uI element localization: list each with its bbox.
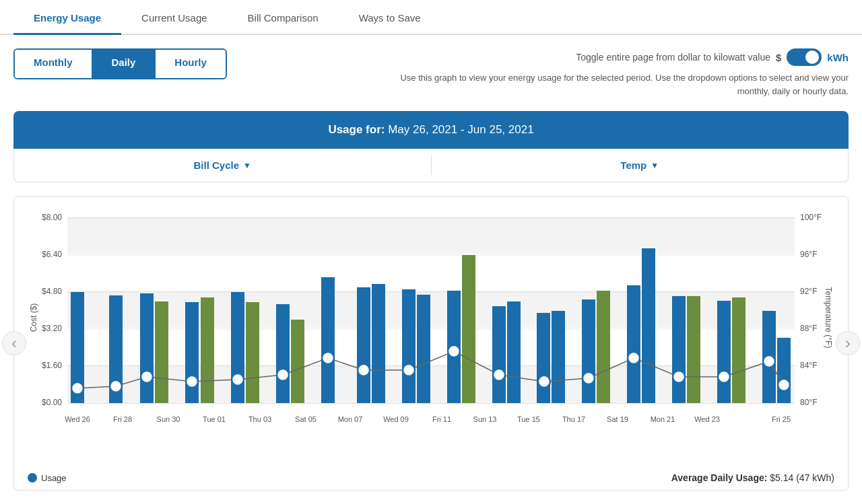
usage-legend-item: Usage — [28, 473, 67, 483]
svg-text:Mon 07: Mon 07 — [338, 415, 363, 423]
svg-text:100°F: 100°F — [800, 213, 822, 222]
bar-green-15 — [687, 296, 700, 403]
svg-text:Thu 17: Thu 17 — [562, 415, 585, 423]
period-tab-monthly[interactable]: Monthly — [15, 50, 93, 78]
avg-value: $5.14 (47 kWh) — [770, 472, 834, 483]
chart-container: ‹ › $8.00 $6.40 $4.80 $3.20 $1.60 $0.00 … — [13, 196, 849, 491]
dollar-sign: $ — [776, 52, 781, 63]
svg-text:Sun 13: Sun 13 — [473, 415, 497, 423]
bar-blue-11 — [492, 306, 506, 403]
bar-green-6 — [291, 320, 304, 403]
description-text: Use this graph to view your energy usage… — [391, 71, 849, 98]
temp-dot-4 — [186, 375, 198, 388]
temp-dot-13 — [583, 372, 595, 384]
bar-blue-16 — [717, 301, 731, 403]
svg-text:Tue 01: Tue 01 — [203, 415, 226, 423]
svg-text:Cost ($): Cost ($) — [29, 303, 38, 332]
svg-text:96°F: 96°F — [800, 250, 817, 259]
temp-label: Temp — [620, 159, 646, 171]
temp-dot-1 — [71, 382, 84, 394]
bar-green-13 — [597, 291, 610, 403]
chart-next-arrow[interactable]: › — [836, 331, 860, 355]
bar-blue-8b — [372, 284, 385, 403]
tab-energy-usage[interactable]: Energy Usage — [13, 0, 121, 35]
controls-row: Monthly Daily Hourly Toggle entire page … — [13, 48, 849, 98]
temp-dot-16 — [718, 371, 730, 383]
temp-filter[interactable]: Temp ▼ — [432, 149, 849, 182]
temp-dot-2 — [110, 380, 122, 392]
temp-dot-8 — [358, 364, 370, 376]
svg-text:$0.00: $0.00 — [42, 398, 62, 407]
temp-dot-6 — [277, 369, 289, 381]
bar-blue-9 — [402, 289, 416, 403]
bar-green-3 — [155, 301, 168, 403]
period-tab-hourly[interactable]: Hourly — [156, 50, 226, 78]
chart-svg: $8.00 $6.40 $4.80 $3.20 $1.60 $0.00 100°… — [27, 210, 835, 466]
kwh-label: kWh — [827, 52, 849, 63]
usage-prefix: Usage for: — [328, 123, 385, 136]
bar-blue-13 — [582, 299, 595, 403]
bill-cycle-arrow: ▼ — [243, 161, 251, 170]
chart-prev-arrow[interactable]: ‹ — [2, 331, 26, 355]
usage-banner: Usage for: May 26, 2021 - Jun 25, 2021 — [13, 111, 849, 149]
svg-text:Thu 03: Thu 03 — [248, 415, 271, 423]
svg-text:Temperature (°F): Temperature (°F) — [824, 287, 833, 349]
bar-blue-3 — [140, 293, 154, 403]
svg-text:$6.40: $6.40 — [42, 250, 62, 259]
bar-blue-12 — [537, 313, 550, 403]
bar-green-16 — [732, 297, 745, 403]
temp-dot-12 — [538, 375, 550, 388]
bar-blue-14b — [642, 248, 655, 403]
kwh-toggle[interactable] — [787, 48, 822, 66]
chart-bottom: Usage Average Daily Usage: $5.14 (47 kWh… — [21, 472, 841, 483]
avg-label: Average Daily Usage: — [671, 472, 768, 483]
svg-text:Wed 26: Wed 26 — [65, 415, 90, 423]
toggle-label: Toggle entire page from dollar to kilowa… — [576, 52, 770, 63]
tab-bill-comparison[interactable]: Bill Comparison — [228, 0, 339, 35]
svg-text:$1.60: $1.60 — [42, 361, 62, 370]
temp-dot-3 — [141, 371, 153, 383]
bar-blue-8 — [357, 287, 370, 403]
bar-green-5 — [246, 302, 259, 403]
temp-dot-17 — [763, 355, 775, 367]
svg-rect-0 — [67, 217, 795, 254]
svg-text:92°F: 92°F — [800, 287, 817, 296]
usage-period: May 26, 2021 - Jun 25, 2021 — [388, 123, 533, 136]
temp-dot-5 — [232, 373, 244, 386]
temp-arrow: ▼ — [651, 161, 659, 170]
period-tab-daily[interactable]: Daily — [93, 50, 156, 78]
period-tabs: Monthly Daily Hourly — [13, 48, 227, 79]
temp-dot-18 — [778, 379, 790, 391]
temp-dot-11 — [493, 369, 505, 381]
svg-text:$8.00: $8.00 — [42, 213, 62, 222]
bar-blue-9b — [417, 295, 430, 403]
svg-text:Wed 09: Wed 09 — [383, 415, 409, 423]
svg-text:88°F: 88°F — [800, 324, 817, 333]
bar-green-10 — [462, 255, 475, 403]
toggle-row: Toggle entire page from dollar to kilowa… — [576, 48, 849, 66]
svg-text:Mon 21: Mon 21 — [651, 415, 675, 423]
bar-blue-6 — [276, 304, 290, 403]
svg-text:$3.20: $3.20 — [42, 324, 62, 333]
usage-legend-label: Usage — [41, 473, 67, 483]
svg-text:Sun 30: Sun 30 — [157, 415, 180, 423]
tab-current-usage[interactable]: Current Usage — [121, 0, 228, 35]
bar-blue-11b — [507, 301, 521, 403]
svg-text:$4.80: $4.80 — [42, 287, 62, 296]
svg-text:Fri 28: Fri 28 — [113, 415, 132, 423]
usage-legend-dot — [28, 473, 37, 482]
svg-text:84°F: 84°F — [800, 361, 817, 370]
svg-text:Fri 11: Fri 11 — [432, 415, 451, 423]
svg-text:Sat 19: Sat 19 — [607, 415, 628, 423]
filter-row: Bill Cycle ▼ Temp ▼ — [13, 149, 849, 182]
bar-blue-15 — [672, 296, 686, 403]
bar-blue-18 — [777, 338, 791, 403]
bar-green-4 — [201, 297, 214, 403]
svg-text:80°F: 80°F — [800, 398, 817, 407]
bar-blue-14 — [627, 285, 640, 403]
bill-cycle-filter[interactable]: Bill Cycle ▼ — [14, 149, 431, 182]
temp-dot-15 — [673, 371, 685, 383]
chart-legend: Usage — [28, 473, 67, 483]
tab-ways-to-save[interactable]: Ways to Save — [339, 0, 441, 35]
bar-blue-12b — [552, 311, 565, 403]
